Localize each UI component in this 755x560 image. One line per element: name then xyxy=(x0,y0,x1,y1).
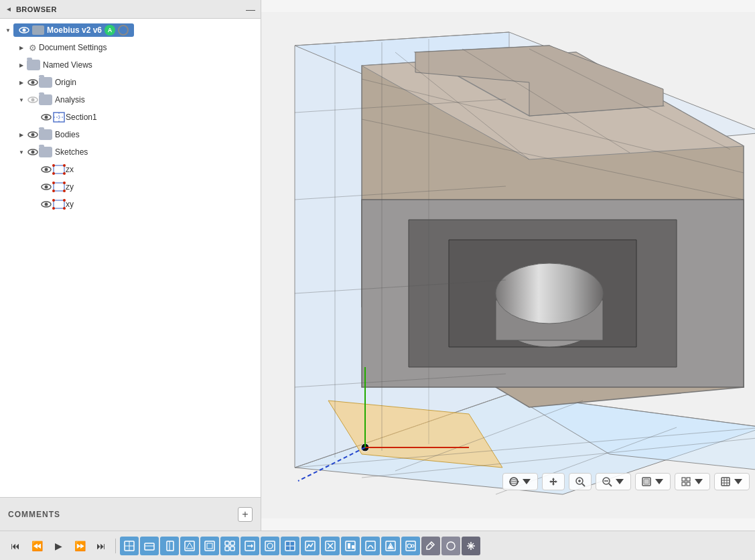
svg-rect-117 xyxy=(265,541,275,551)
folder-icon-named-views xyxy=(27,60,40,70)
zoom-region-icon xyxy=(575,476,586,487)
folder-icon-origin xyxy=(39,77,52,88)
browser-title: BROWSER xyxy=(16,5,57,13)
pan-icon xyxy=(548,476,559,487)
playback-prev-button[interactable]: ⏪ xyxy=(27,536,47,556)
svg-marker-107 xyxy=(186,543,193,549)
more-settings-button[interactable] xyxy=(714,473,750,490)
svg-point-34 xyxy=(52,207,55,210)
svg-marker-87 xyxy=(655,479,663,484)
view-icons xyxy=(120,537,480,555)
view-icon-9[interactable] xyxy=(281,537,299,555)
playback-next-button[interactable]: ⏩ xyxy=(70,536,90,556)
view-icon-12[interactable] xyxy=(341,537,360,555)
expand-document-settings[interactable] xyxy=(16,42,27,53)
pan-button[interactable] xyxy=(542,473,565,490)
viewport-canvas xyxy=(261,0,755,531)
svg-rect-128 xyxy=(352,545,354,549)
eye-icon-root xyxy=(19,25,29,36)
browser-header: ◄ BROWSER — xyxy=(0,0,261,19)
view-icon-7[interactable] xyxy=(241,537,259,555)
svg-point-51 xyxy=(496,263,603,324)
view-icon-circle[interactable] xyxy=(441,537,460,555)
playback-end-button[interactable]: ⏭ xyxy=(91,536,111,556)
document-settings-label: Document Settings xyxy=(39,43,258,52)
view-icon-1[interactable] xyxy=(120,537,139,555)
minimize-icon[interactable]: — xyxy=(246,4,255,15)
svg-point-27 xyxy=(52,190,55,192)
tree-item-document-settings[interactable]: ⚙ Document Settings xyxy=(0,39,261,56)
tree-item-zy[interactable]: zy xyxy=(0,178,261,196)
view-icon-15[interactable] xyxy=(401,537,420,555)
tree-item-zx[interactable]: zx xyxy=(0,161,261,178)
orbit-dropdown-icon xyxy=(521,476,532,487)
playback-play-button[interactable]: ▶ xyxy=(48,536,68,556)
tree-item-analysis[interactable]: Analysis xyxy=(0,91,261,109)
svg-line-136 xyxy=(430,543,433,546)
view-icon-13[interactable] xyxy=(361,537,380,555)
view-icon-star[interactable] xyxy=(462,537,480,555)
svg-rect-31 xyxy=(54,200,64,208)
view-icon-2[interactable] xyxy=(140,537,159,555)
orbit-button[interactable] xyxy=(502,473,538,490)
eye-icon-xy xyxy=(40,198,52,210)
expand-sketches[interactable] xyxy=(16,147,27,157)
sketch-icon-zy xyxy=(52,181,66,193)
collapse-icon[interactable]: ◄ xyxy=(5,5,12,13)
tree-item-section1[interactable]: Section1 xyxy=(0,109,261,126)
zoom-inout-icon xyxy=(602,476,612,487)
view-icon-paint[interactable] xyxy=(421,537,440,555)
sketch-icon-xy xyxy=(52,198,66,210)
tree-item-xy[interactable]: xy xyxy=(0,196,261,213)
zoom-region-button[interactable] xyxy=(569,473,592,490)
toolbar-separator-1 xyxy=(115,539,116,553)
tree-item-named-views[interactable]: Named Views xyxy=(0,56,261,74)
view-icon-4[interactable] xyxy=(180,537,199,555)
view-icon-5[interactable] xyxy=(200,537,219,555)
view-icon-14[interactable] xyxy=(381,537,400,555)
eye-icon-bodies xyxy=(27,129,39,141)
svg-point-118 xyxy=(267,543,273,549)
expand-named-views[interactable] xyxy=(16,60,27,70)
record-icon xyxy=(118,25,129,36)
sketches-label: Sketches xyxy=(55,147,258,157)
display-dropdown-icon xyxy=(654,476,665,487)
bodies-label: Bodies xyxy=(55,130,258,139)
view-icon-10[interactable] xyxy=(301,537,320,555)
svg-rect-90 xyxy=(682,482,685,486)
svg-point-135 xyxy=(411,545,414,547)
named-views-label: Named Views xyxy=(43,60,258,70)
expand-bodies[interactable] xyxy=(16,129,27,140)
zoom-inout-button[interactable] xyxy=(596,473,631,490)
svg-rect-24 xyxy=(54,183,64,191)
grid-button[interactable] xyxy=(675,473,710,490)
svg-point-3 xyxy=(31,81,35,84)
display-mode-icon xyxy=(641,476,652,487)
tree-item-bodies[interactable]: Bodies xyxy=(0,126,261,143)
viewport[interactable] xyxy=(261,0,755,531)
view-icon-3[interactable] xyxy=(160,537,179,555)
bottom-toolbar: ⏮ ⏪ ▶ ⏩ ⏭ xyxy=(0,531,755,560)
eye-icon-sketches xyxy=(27,146,39,158)
expand-origin[interactable] xyxy=(16,77,27,88)
svg-rect-93 xyxy=(722,478,730,486)
tree-item-origin[interactable]: Origin xyxy=(0,74,261,91)
folder-icon-analysis xyxy=(39,94,52,105)
tree-item-sketches[interactable]: Sketches xyxy=(0,143,261,161)
expand-analysis[interactable] xyxy=(16,94,27,105)
origin-label: Origin xyxy=(55,78,258,87)
eye-icon-origin xyxy=(27,76,39,88)
folder-icon-bodies xyxy=(39,129,52,140)
playback-start-button[interactable]: ⏮ xyxy=(5,536,25,556)
root-item-bg: Moebius v2 v6 A xyxy=(13,23,134,37)
section1-label: Section1 xyxy=(66,113,258,122)
view-icon-8[interactable] xyxy=(261,537,279,555)
tree-root-item[interactable]: Moebius v2 v6 A xyxy=(0,21,261,39)
eye-icon-section1 xyxy=(40,111,52,123)
main-area: ◄ BROWSER — Moebius v2 v6 A xyxy=(0,0,755,531)
view-icon-6[interactable] xyxy=(220,537,239,555)
expand-root[interactable] xyxy=(3,25,13,36)
display-mode-button[interactable] xyxy=(635,473,671,490)
add-comment-button[interactable]: + xyxy=(238,507,253,522)
view-icon-11[interactable] xyxy=(321,537,340,555)
